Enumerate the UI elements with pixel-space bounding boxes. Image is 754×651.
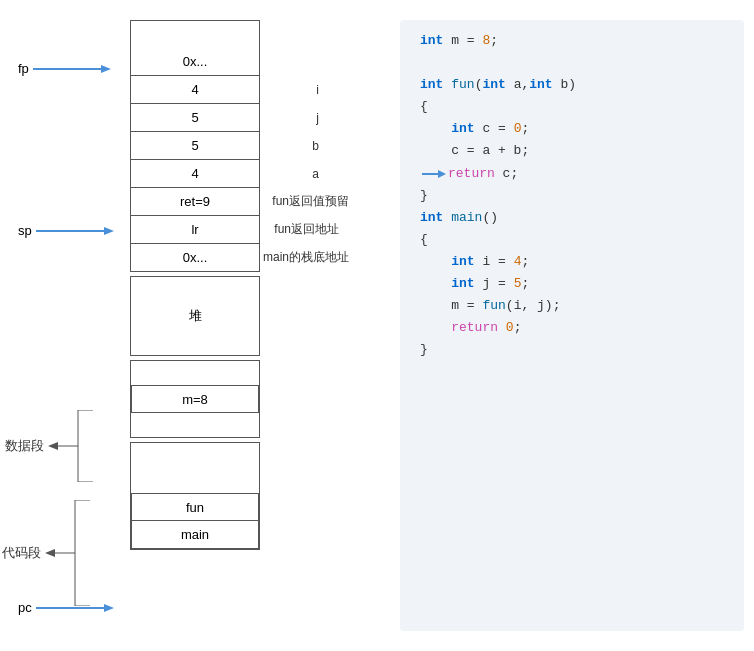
cell-label-b: b	[312, 139, 319, 153]
code-line-intj: int j = 5;	[420, 273, 724, 295]
cell-value-m8: m=8	[182, 392, 208, 407]
mem-cell-code-empty	[131, 443, 259, 493]
code-line-return-c: return c;	[420, 163, 724, 185]
cell-label-i: i	[316, 83, 319, 97]
main-container: 0x... 4 i 5 j 5 b 4 a	[0, 0, 754, 651]
svg-marker-13	[45, 549, 55, 557]
code-line-blank1	[420, 52, 724, 74]
memory-section: 0x... 4 i 5 j 5 b 4 a	[0, 10, 400, 641]
dataseg-text: 数据段	[5, 437, 44, 455]
pc-label: pc	[18, 600, 32, 615]
dataseg-bracket-svg	[48, 410, 98, 482]
cell-label-lr: fun返回地址	[274, 221, 339, 238]
mem-cell-0x-bottom: 0x... main的栈底地址	[130, 244, 260, 272]
cell-label-0x-bottom: main的栈底地址	[263, 249, 349, 266]
codeseg-bracket-svg	[45, 500, 95, 606]
code-fun-sig: fun(int a,int b)	[443, 74, 576, 96]
kw-int-fun: int	[420, 74, 443, 96]
mem-cell-data-top	[131, 361, 259, 385]
svg-marker-1	[101, 65, 111, 73]
code-mfun: m = fun(i, j);	[420, 295, 560, 317]
cell-value-fun: fun	[186, 500, 204, 515]
code-line-return0: return 0;	[420, 317, 724, 339]
code-line-intc: int c = 0;	[420, 118, 724, 140]
fp-pointer: fp	[18, 61, 113, 76]
mem-cell-i: 4 i	[130, 76, 260, 104]
code-line-cab: c = a + b;	[420, 140, 724, 162]
cell-label-a: a	[312, 167, 319, 181]
cell-value-lr: lr	[191, 222, 198, 237]
kw-int-1: int	[420, 30, 443, 52]
fp-arrow-svg	[33, 63, 113, 75]
code-return0: return 0;	[420, 317, 521, 339]
code-return-c: return c;	[448, 163, 518, 185]
code-line-main-sig: int main()	[420, 207, 724, 229]
mem-cell-empty-top	[130, 20, 260, 48]
code-segment-group: fun main	[130, 442, 260, 550]
mem-cell-ret: ret=9 fun返回值预留	[130, 188, 260, 216]
cell-value-ret: ret=9	[180, 194, 210, 209]
mem-cell-fun: fun	[131, 493, 259, 521]
mem-cell-m8: m=8	[131, 385, 259, 413]
code-cab: c = a + b;	[420, 140, 529, 162]
code-intc: int c = 0;	[420, 118, 529, 140]
mem-cell-data-bottom	[131, 413, 259, 437]
pc-arrow-svg	[36, 602, 116, 614]
code-line-brace1: {	[420, 96, 724, 118]
svg-marker-15	[104, 604, 114, 612]
cell-value-main: main	[181, 527, 209, 542]
code-main-sig: main()	[443, 207, 498, 229]
cell-value-0x-top: 0x...	[183, 54, 208, 69]
open-brace-2: {	[420, 229, 428, 251]
code-line-inti: int i = 4;	[420, 251, 724, 273]
svg-marker-3	[104, 227, 114, 235]
code-line-1: int m = 8;	[420, 30, 724, 52]
svg-marker-17	[438, 170, 446, 178]
sp-label: sp	[18, 223, 32, 238]
code-section: int m = 8; int fun(int a,int b) { int c …	[400, 20, 744, 631]
stack-table: 0x... 4 i 5 j 5 b 4 a	[130, 20, 260, 550]
cell-label-ret: fun返回值预留	[272, 193, 349, 210]
cell-label-j: j	[316, 111, 319, 125]
svg-marker-8	[48, 442, 58, 450]
pc-pointer: pc	[18, 600, 116, 615]
cell-value-j: 5	[191, 110, 198, 125]
mem-cell-b: 5 b	[130, 132, 260, 160]
fp-label: fp	[18, 61, 29, 76]
cell-value-heap: 堆	[189, 307, 202, 325]
kw-int-main: int	[420, 207, 443, 229]
mem-cell-j: 5 j	[130, 104, 260, 132]
code-line-mfun: m = fun(i, j);	[420, 295, 724, 317]
code-line-brace3: {	[420, 229, 724, 251]
sp-arrow-svg	[36, 225, 116, 237]
dataseg-label: 数据段	[5, 410, 98, 482]
mem-cell-lr: lr fun返回地址	[130, 216, 260, 244]
cell-value-i: 4	[191, 82, 198, 97]
close-brace-2: }	[420, 339, 428, 361]
mem-cell-main: main	[131, 521, 259, 549]
data-segment-group: m=8	[130, 360, 260, 438]
code-line-brace2: }	[420, 185, 724, 207]
cell-value-a: 4	[191, 166, 198, 181]
close-brace-1: }	[420, 185, 428, 207]
code-line-fun-sig: int fun(int a,int b)	[420, 74, 724, 96]
open-brace-1: {	[420, 96, 428, 118]
code-intj: int j = 5;	[420, 273, 529, 295]
mem-cell-a: 4 a	[130, 160, 260, 188]
mem-cell-heap: 堆	[130, 276, 260, 356]
code-inti: int i = 4;	[420, 251, 529, 273]
return-arrow-icon	[420, 167, 446, 181]
code-m8: m = 8;	[443, 30, 498, 52]
code-line-brace4: }	[420, 339, 724, 361]
cell-value-0x-bottom: 0x...	[183, 250, 208, 265]
codeseg-label: 代码段	[2, 500, 95, 606]
cell-value-b: 5	[191, 138, 198, 153]
mem-cell-0x-top: 0x...	[130, 48, 260, 76]
codeseg-text: 代码段	[2, 544, 41, 562]
sp-pointer: sp	[18, 223, 116, 238]
